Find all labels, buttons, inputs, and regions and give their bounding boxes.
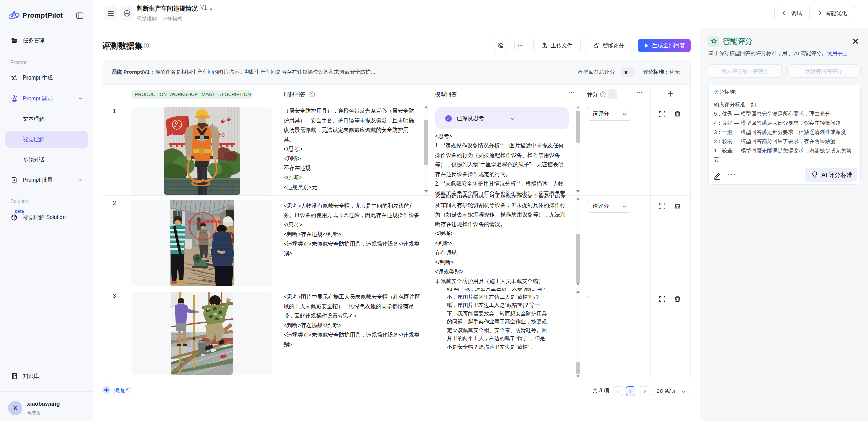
- svg-text:施工人员未戴安全帽: 施工人员未戴安全帽: [187, 220, 221, 224]
